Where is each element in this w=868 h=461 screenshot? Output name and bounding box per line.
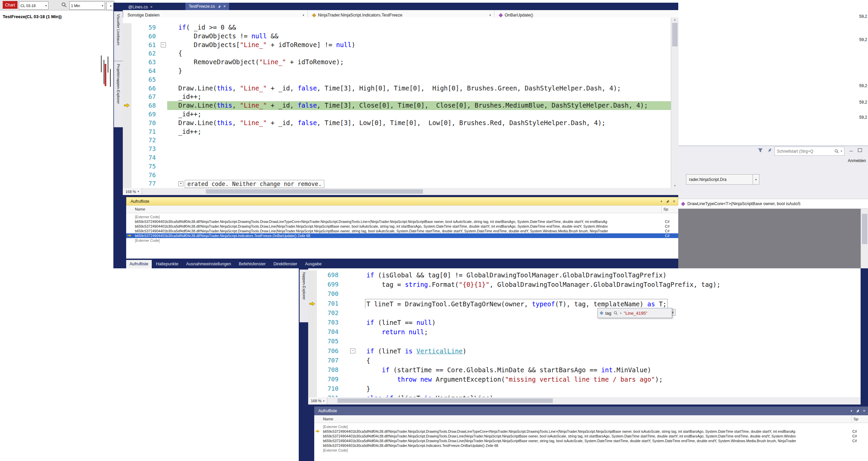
chevron-down-icon[interactable]: ▾ (620, 312, 621, 315)
callstack-row[interactable]: [Externer Code] (314, 424, 868, 429)
tab-testfreeze-cs[interactable]: TestFreeze.cs × (185, 3, 229, 10)
code-line[interactable]: 74 (123, 153, 671, 162)
search-icon[interactable] (834, 149, 839, 153)
scroll-up-icon[interactable]: ▲ (671, 18, 679, 21)
tab-immediate-window[interactable]: Direktfenster (270, 260, 301, 268)
code-line-current-statement[interactable]: 68Draw.Line(this, "Line_" + _id, false, … (123, 101, 671, 110)
code-line[interactable]: 700 (308, 289, 861, 299)
code-line[interactable]: 710} (308, 384, 861, 393)
quick-launch-input[interactable]: Schnellstart (Strg+Q ▾ (774, 146, 844, 156)
code-line[interactable]: 707{ (308, 356, 861, 365)
fold-expand-icon[interactable]: + (178, 181, 183, 186)
code-line[interactable]: 711else if (lineT is HorizontalLine) (308, 393, 861, 397)
callstack-row-selected[interactable]: b659c53724904401b30ca5df4df04c38.dll!Nin… (126, 233, 678, 238)
vs2-member-dropdown[interactable]: DrawLineTypeCore<T>(NinjaScriptBase owne… (678, 199, 868, 209)
code-line[interactable]: 706−if (lineT is VerticalLine) (308, 346, 861, 356)
window-position-icon[interactable]: ▾ (850, 409, 852, 413)
callstack-titlebar[interactable]: Aufrufliste ▾ × (126, 197, 678, 205)
close-icon[interactable]: × (863, 408, 865, 413)
callstack-row[interactable]: b659c53724904401b30ca5df4df04c38.dll!Nin… (126, 229, 678, 233)
callstack-row[interactable]: b659c53724904401b30ca5df4df04c38.dll!Nin… (314, 438, 868, 443)
vs2-horizontal-scrollbar[interactable] (327, 397, 861, 404)
code-line[interactable]: 708 if (startTime == Core.Globals.MinDat… (308, 365, 861, 374)
callstack-row[interactable]: b659c53724904401b30ca5df4df04c38.dll!Nin… (126, 219, 678, 224)
code-line[interactable]: 67_id++; (123, 93, 671, 101)
pin-icon[interactable] (767, 147, 772, 152)
code-line[interactable]: 63 RemoveDrawObject("Line_" + idToRemove… (123, 58, 671, 67)
scrollbar-thumb[interactable] (206, 189, 423, 194)
fold-collapse-icon[interactable]: − (161, 42, 166, 47)
callstack-row[interactable]: b659c53724904401b30ca5df4df04c38.dll!Nin… (314, 443, 868, 448)
code-line[interactable]: 62{ (123, 49, 671, 58)
search-icon[interactable] (61, 2, 67, 7)
code-line[interactable]: 703if (lineT == null) (308, 318, 861, 327)
fold-collapse-icon[interactable]: − (350, 348, 355, 353)
sign-in-link[interactable]: Anmelden (848, 158, 866, 163)
code-line[interactable]: 73 (123, 144, 671, 153)
code-line-collapsed-region[interactable]: 77+erated code. Neither change nor remov… (123, 179, 671, 188)
sidebar-tab-live-visual-tree[interactable]: Visueller Livebaum (114, 11, 123, 64)
callstack-row[interactable]: [Externer Code] (126, 238, 678, 243)
code-line[interactable]: 64} (123, 67, 671, 75)
pin-icon[interactable] (217, 5, 221, 8)
chevron-down-icon[interactable]: ▾ (841, 150, 842, 153)
code-line[interactable]: 69_id++; (123, 110, 671, 119)
debugger-datatip[interactable]: tag ▾ "Line_4195" (597, 308, 672, 318)
code-line[interactable]: 75 (123, 162, 671, 171)
callstack-row[interactable]: b659c53724904401b30ca5df4df04c38.dll!Nin… (126, 224, 678, 229)
chevron-down-icon[interactable]: ▾ (753, 174, 759, 184)
instrument-select[interactable]: CL 03-18 ▾ (19, 1, 49, 10)
callstack-row[interactable]: [Externer Code] (126, 215, 678, 219)
vs1-code-editor[interactable]: 59if( _id >= 0 && 60 DrawObjects != null… (123, 18, 671, 188)
interval-select[interactable]: 1 Min ▾ (69, 1, 105, 10)
scrollbar-thumb[interactable] (672, 23, 678, 46)
collapsed-region-box[interactable]: erated code. Neither change nor remove. (185, 180, 324, 188)
zoom-select[interactable]: 168 % ▾ (308, 397, 327, 404)
callstack-row[interactable]: [Externer Code] (314, 448, 868, 453)
code-line[interactable]: 709 throw new ArgumentException("missing… (308, 374, 861, 384)
code-line[interactable]: 70Draw.Line(this, "Line_" + _id, false, … (123, 119, 671, 127)
code-line[interactable]: 704 return null; (308, 327, 861, 337)
code-line[interactable]: 699 tag = string.Format("{0}{1}", Global… (308, 280, 861, 289)
maximize-button[interactable] (856, 146, 863, 153)
pin-icon[interactable] (856, 409, 860, 413)
callstack-titlebar[interactable]: Aufrufliste ▾ × (314, 406, 868, 415)
code-line[interactable]: 71_id++; (123, 127, 671, 136)
vs2-document-tab[interactable]: rader.NinjaScript.Dra ▾ (686, 174, 760, 185)
vs1-horizontal-scrollbar[interactable] (142, 188, 678, 195)
callstack-row[interactable]: b659c53724904401b30ca5df4df04c38.dll!Nin… (314, 434, 868, 438)
vs1-vertical-scrollbar[interactable]: ▲ ▼ (671, 18, 679, 188)
pin-icon[interactable] (665, 199, 670, 203)
code-line[interactable]: 72 (123, 136, 671, 144)
code-line[interactable]: 705 (308, 337, 861, 346)
code-line[interactable]: 59if( _id >= 0 && (123, 23, 671, 32)
code-line-current-statement[interactable]: 701T lineT = DrawingTool.GetByTagOrNew(o… (308, 299, 861, 308)
close-icon[interactable]: × (673, 199, 675, 204)
close-icon[interactable]: × (223, 4, 226, 9)
tab-callstack[interactable]: Aufrufliste (126, 260, 152, 268)
tab-exception-settings[interactable]: Ausnahmeeinstellungen (183, 260, 234, 268)
callstack-row-current[interactable]: b659c53724904401b30ca5df4df04c38.dll!Nin… (314, 429, 868, 434)
sidebar-tab-solution-explorer[interactable]: Projektmappen-Explorer (114, 61, 123, 127)
scrollbar-thumb[interactable] (862, 214, 867, 244)
code-line[interactable]: 698if (isGlobal && tag[0] != GlobalDrawi… (308, 270, 861, 280)
filter-icon[interactable] (758, 147, 763, 153)
code-line[interactable]: 61− DrawObjects["Line_" + idToRemove] !=… (123, 41, 671, 50)
close-icon[interactable]: × (150, 5, 153, 9)
code-line[interactable]: 65 (123, 75, 671, 84)
window-position-icon[interactable]: ▾ (660, 200, 662, 203)
scroll-down-icon[interactable]: ▼ (671, 184, 679, 187)
sidebar-tab-solution-explorer[interactable]: happen-Explorer (300, 269, 309, 323)
zoom-select[interactable]: 168 % ▾ (123, 188, 142, 195)
tab-command-window[interactable]: Befehlsfenster (236, 260, 269, 268)
chart-link-button[interactable]: Chart (3, 1, 18, 9)
search-icon[interactable] (614, 311, 618, 315)
tab-output[interactable]: Ausgabe (302, 260, 325, 268)
scrollbar-thumb[interactable] (337, 398, 553, 403)
tab-lines-cs[interactable]: @Lines.cs × (125, 3, 156, 11)
minimize-button[interactable] (847, 146, 855, 153)
code-line[interactable]: 76 (123, 171, 671, 179)
vs2-code-editor[interactable]: 698if (isGlobal && tag[0] != GlobalDrawi… (308, 268, 861, 397)
code-line[interactable]: 66Draw.Line(this, "Line_" + _id, false, … (123, 84, 671, 93)
code-line[interactable]: 60 DrawObjects != null && (123, 32, 671, 41)
